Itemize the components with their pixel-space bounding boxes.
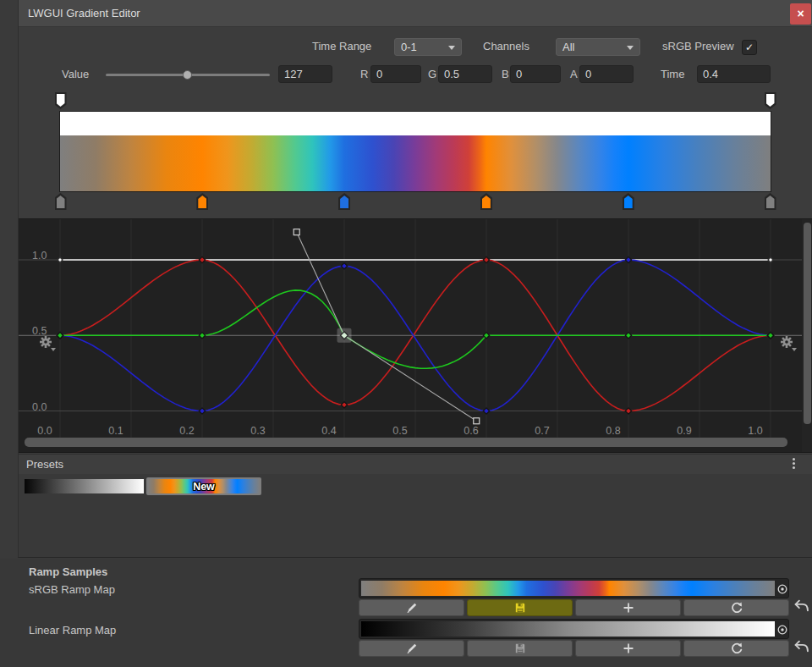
b-label: B (502, 65, 509, 83)
g-field[interactable]: 0.5 (438, 65, 492, 83)
time-label: Time (661, 65, 684, 83)
plus-icon (622, 642, 635, 655)
keyframe-red[interactable] (199, 256, 205, 262)
time-range-label: Time Range (312, 37, 371, 55)
a-field[interactable]: 0 (579, 65, 634, 83)
r-field[interactable]: 0 (370, 65, 421, 83)
presets-header: Presets (19, 454, 812, 474)
preset-swatch-blackwhite[interactable] (25, 479, 144, 493)
alpha-strip[interactable] (60, 112, 771, 135)
color-marker-4-fill (624, 196, 633, 208)
color-marker-3[interactable] (480, 193, 492, 210)
curve-editor[interactable]: 0.00.10.20.30.40.50.60.70.80.91.01.00.50… (19, 218, 812, 453)
screen: LWGUI Gradient Editor × Time Range 0-1 C… (0, 0, 812, 667)
alpha-marker-1-fill (766, 94, 775, 107)
rgba-curves-chart[interactable]: 0.00.10.20.30.40.50.60.70.80.91.01.00.50… (19, 219, 802, 452)
value-slider-thumb[interactable] (183, 70, 192, 80)
vertical-scrollbar[interactable] (804, 223, 811, 424)
time-field[interactable]: 0.4 (697, 65, 771, 83)
alpha-marker-0[interactable] (55, 92, 67, 109)
color-marker-1[interactable] (196, 193, 208, 210)
linear-ramp-map-label: Linear Ramp Map (29, 621, 116, 639)
y-tick-label: 1.0 (32, 250, 47, 262)
close-button[interactable]: × (790, 3, 811, 25)
keyframe-alpha[interactable] (768, 257, 773, 262)
keyframe-red[interactable] (625, 408, 631, 414)
srgb-ramp-preview[interactable] (359, 578, 789, 598)
tangent-line (344, 335, 476, 421)
keyframe-green[interactable] (625, 333, 631, 339)
save-icon (513, 642, 527, 655)
gradient-editor-window: LWGUI Gradient Editor × Time Range 0-1 C… (18, 0, 812, 558)
color-marker-0[interactable] (55, 193, 67, 210)
srgb-plus-button[interactable] (575, 599, 681, 616)
kebab-menu-icon[interactable] (793, 458, 795, 460)
keyframe-blue[interactable] (625, 256, 631, 262)
ramp-samples-panel: Ramp Samples sRGB Ramp Map Linear Ramp M… (0, 559, 812, 667)
srgb-pencil-button[interactable] (359, 599, 464, 616)
alpha-marker-0-fill (57, 94, 65, 107)
x-tick-label: 0.1 (108, 425, 123, 437)
srgb-ramp-buttons (359, 599, 789, 616)
linear-save-button[interactable] (467, 640, 573, 657)
srgb-preview-checkbox[interactable]: ✓ (742, 40, 757, 55)
color-marker-2-fill (340, 196, 348, 208)
tangent-line (297, 232, 344, 335)
y-tick-label: 0.0 (32, 401, 47, 413)
gradient-strip[interactable] (60, 135, 771, 191)
tangent-handle[interactable] (474, 418, 480, 424)
ramp-samples-header: Ramp Samples (29, 563, 107, 581)
srgb-undo-icon[interactable] (794, 598, 809, 613)
keyframe-blue[interactable] (483, 408, 489, 414)
horizontal-scrollbar[interactable] (25, 438, 787, 447)
alpha-marker-1[interactable] (765, 92, 776, 109)
refresh-icon (730, 642, 743, 655)
color-marker-1-fill (198, 196, 206, 208)
value-slider[interactable] (106, 74, 270, 76)
x-tick-label: 0.7 (535, 425, 549, 437)
linear-refresh-button[interactable] (683, 640, 789, 657)
keyframe-red[interactable] (341, 402, 347, 408)
color-marker-5[interactable] (765, 193, 776, 210)
object-picker-icon[interactable] (776, 582, 789, 596)
srgb-refresh-button[interactable] (683, 599, 789, 616)
time-range-value: 0-1 (401, 41, 417, 53)
b-field[interactable]: 0 (510, 65, 561, 83)
linear-ramp-buttons (359, 640, 789, 657)
keyframe-green[interactable] (57, 333, 63, 339)
object-picker-icon[interactable] (776, 623, 789, 637)
value-field[interactable]: 127 (278, 65, 332, 83)
time-range-dropdown[interactable]: 0-1 (394, 38, 462, 56)
keyframe-blue[interactable] (341, 262, 347, 268)
linear-ramp-preview[interactable] (359, 619, 789, 639)
x-tick-label: 0.6 (464, 425, 478, 437)
r-label: R (360, 65, 368, 83)
srgb-ramp-map-label: sRGB Ramp Map (29, 581, 115, 598)
linear-pencil-button[interactable] (359, 640, 464, 657)
channels-label: Channels (483, 37, 529, 55)
curve-settings-gear-icon-left[interactable] (40, 336, 56, 351)
linear-undo-icon[interactable] (794, 639, 809, 653)
color-marker-4[interactable] (623, 193, 634, 210)
keyframe-alpha[interactable] (58, 257, 63, 262)
refresh-icon (730, 601, 743, 615)
keyframe-blue[interactable] (199, 408, 205, 414)
keyframe-red[interactable] (483, 256, 489, 262)
channels-dropdown[interactable]: All (556, 38, 640, 56)
close-icon: × (797, 7, 804, 20)
color-marker-2[interactable] (338, 193, 350, 210)
tangent-handle[interactable] (294, 229, 299, 235)
curve-settings-gear-icon-right[interactable] (781, 336, 797, 351)
color-marker-5-fill (766, 196, 775, 208)
keyframe-green[interactable] (767, 333, 773, 339)
gradient-preview[interactable] (59, 111, 771, 192)
presets-body: New (19, 474, 812, 557)
linear-plus-button[interactable] (575, 640, 681, 657)
srgb-save-button[interactable] (467, 599, 573, 616)
title-bar[interactable]: LWGUI Gradient Editor × (19, 0, 812, 27)
check-icon: ✓ (745, 41, 754, 53)
preset-swatch-new[interactable]: New (146, 477, 261, 495)
srgb-preview-label: sRGB Preview (662, 37, 734, 55)
pencil-icon (405, 601, 419, 615)
keyframe-green[interactable] (199, 333, 205, 339)
